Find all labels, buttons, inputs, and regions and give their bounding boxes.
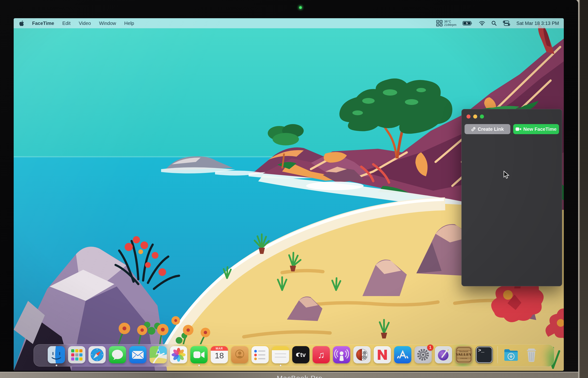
- window-controls: [466, 114, 484, 119]
- video-camera-icon: [516, 127, 521, 131]
- dock-icon-calendar[interactable]: MAR 18: [211, 346, 228, 363]
- menu-window[interactable]: Window: [99, 21, 116, 26]
- camera-indicator-led: [299, 6, 302, 9]
- dock-icon-cinebench[interactable]: [353, 346, 371, 363]
- menu-video[interactable]: Video: [79, 21, 91, 26]
- dock-icon-launchpad[interactable]: [68, 346, 85, 363]
- dock-icon-podcasts[interactable]: [333, 346, 350, 363]
- dock-icon-maps[interactable]: [150, 346, 167, 363]
- running-indicator: [198, 364, 200, 366]
- cpu-temperature: 36°C: [444, 20, 456, 23]
- settings-notification-badge: 1: [427, 344, 434, 351]
- dock-icon-facetime[interactable]: [190, 346, 208, 363]
- dock-icon-reminders[interactable]: [252, 346, 269, 363]
- dock-icon-contacts[interactable]: [231, 346, 248, 363]
- dock-icon-notes[interactable]: [272, 346, 289, 363]
- terminal-prompt: >_: [478, 348, 484, 353]
- menu-bar-clock[interactable]: Sat Mar 18 3:13 PM: [516, 21, 559, 26]
- facetime-window: Create Link New FaceTime: [462, 109, 562, 286]
- fan-speed: 2166rpm: [444, 23, 456, 27]
- dock-icon-music[interactable]: ♫: [313, 346, 330, 363]
- dock-icon-mail[interactable]: [129, 346, 146, 363]
- dock-icon-appstore[interactable]: [394, 346, 411, 363]
- create-link-button[interactable]: Create Link: [464, 124, 510, 134]
- mouse-cursor: [503, 171, 511, 179]
- menu-edit[interactable]: Edit: [62, 21, 70, 26]
- valley-sign: Benchmark VALLEY UNIGINE: [455, 346, 473, 363]
- valley-title-text: VALLEY: [456, 353, 472, 357]
- dock-icon-settings[interactable]: 1: [414, 346, 432, 363]
- photo-stage: FaceTime Edit Video Window Help: [0, 0, 588, 378]
- valley-top-text: Benchmark: [460, 351, 468, 353]
- istat-menu[interactable]: 36°C 2166rpm: [436, 20, 456, 27]
- dock-icon-terminal[interactable]: >_: [476, 346, 493, 363]
- spotlight-search-icon[interactable]: [491, 21, 497, 26]
- dock-icon-tv[interactable]: tv: [292, 346, 309, 363]
- menu-help[interactable]: Help: [124, 21, 134, 26]
- apple-menu-icon[interactable]: [19, 21, 24, 26]
- new-facetime-label: New FaceTime: [523, 126, 557, 132]
- close-button[interactable]: [466, 114, 471, 119]
- macos-screen: FaceTime Edit Video Window Help: [14, 18, 564, 371]
- link-icon: [471, 127, 476, 132]
- music-note-glyph: ♫: [313, 346, 330, 363]
- istat-grid-icon: [436, 20, 443, 26]
- new-facetime-button[interactable]: New FaceTime: [513, 124, 559, 134]
- dock: MAR 18: [34, 344, 554, 366]
- dock-icon-downloads[interactable]: [503, 346, 520, 363]
- battery-icon[interactable]: [463, 21, 473, 26]
- dock-divider: [497, 346, 498, 363]
- zoom-button[interactable]: [480, 114, 484, 119]
- dock-icon-unigine-valley[interactable]: Benchmark VALLEY UNIGINE: [455, 346, 473, 363]
- calendar-day: 18: [211, 351, 228, 360]
- dock-icon-news[interactable]: [374, 346, 391, 363]
- running-indicator: [56, 364, 57, 366]
- bezel-chin: MacBook Pro: [0, 372, 578, 378]
- dock-icon-finder[interactable]: [48, 346, 65, 363]
- menu-facetime[interactable]: FaceTime: [32, 21, 54, 26]
- dock-icon-trash[interactable]: [523, 346, 540, 363]
- dock-icon-photos[interactable]: [170, 346, 187, 363]
- running-indicator: [280, 364, 281, 366]
- calendar-month: MAR: [211, 347, 228, 350]
- wifi-icon[interactable]: [479, 21, 485, 26]
- minimize-button[interactable]: [473, 114, 477, 119]
- menu-bar: FaceTime Edit Video Window Help: [14, 18, 564, 28]
- dock-icon-safari[interactable]: [88, 346, 106, 363]
- create-link-label: Create Link: [478, 126, 504, 132]
- dock-icon-messages[interactable]: [109, 346, 126, 363]
- valley-bottom-text: UNIGINE: [460, 357, 467, 359]
- macbook-pro-label: MacBook Pro: [254, 374, 345, 378]
- control-center-icon[interactable]: [503, 21, 510, 26]
- dock-icon-geekbench[interactable]: [435, 346, 452, 363]
- tv-label: tv: [300, 351, 306, 359]
